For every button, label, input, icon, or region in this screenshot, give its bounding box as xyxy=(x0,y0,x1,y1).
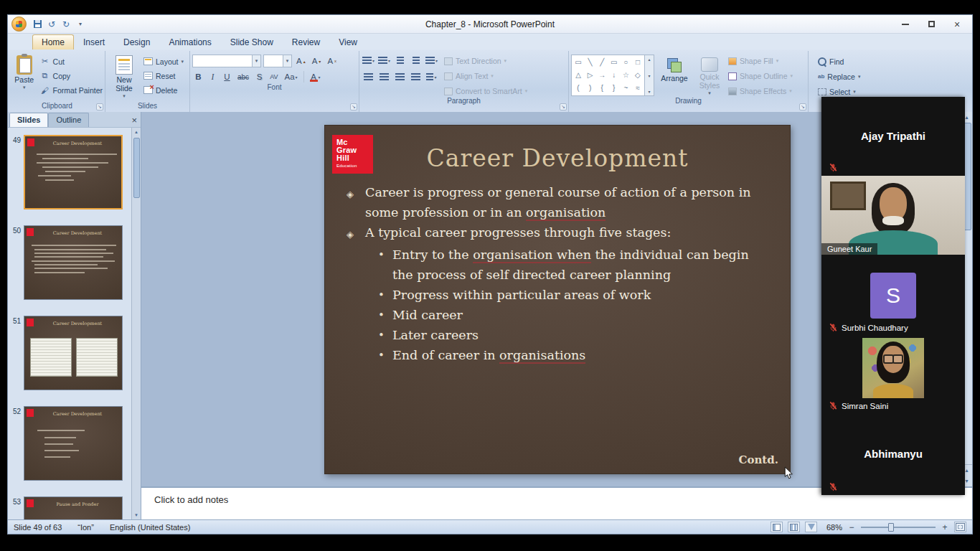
font-name-combobox[interactable]: ▾ xyxy=(192,55,261,67)
gallery-more-icon[interactable]: ▾ xyxy=(648,89,650,94)
maximize-button[interactable] xyxy=(923,18,939,31)
slide-thumbnail-49[interactable]: 49Career Development xyxy=(9,135,141,209)
copy-button[interactable]: ⧉Copy xyxy=(40,70,103,82)
increase-indent-button[interactable] xyxy=(409,55,423,67)
ribbon-tab-design[interactable]: Design xyxy=(114,34,159,50)
cut-button[interactable]: ✂Cut xyxy=(40,55,103,67)
delete-button[interactable]: Delete xyxy=(143,84,184,96)
bold-button[interactable]: B xyxy=(192,70,204,83)
participant-surbhi-chaudhary[interactable]: SSurbhi Chaudhary xyxy=(821,255,965,336)
language-indicator[interactable]: English (United States) xyxy=(110,523,191,532)
shape-icon[interactable]: ○ xyxy=(621,57,631,67)
italic-button[interactable]: I xyxy=(207,70,219,83)
shape-icon[interactable]: ╲ xyxy=(585,57,595,67)
quick-styles-button[interactable]: Quick Styles ▾ xyxy=(694,55,725,97)
shape-icon[interactable]: △ xyxy=(573,70,583,80)
minimize-button[interactable] xyxy=(897,18,913,31)
find-button[interactable]: Find xyxy=(818,55,891,67)
save-button[interactable] xyxy=(31,18,44,31)
convert-smartart-button[interactable]: Convert to SmartArt▾ xyxy=(444,85,527,97)
shape-icon[interactable]: ╱ xyxy=(597,57,607,67)
chevron-down-icon[interactable]: ▾ xyxy=(252,55,260,67)
ribbon-tab-insert[interactable]: Insert xyxy=(74,34,114,50)
thumbnails-scrollbar[interactable]: ▲ ▼ xyxy=(131,128,141,519)
ribbon-tab-review[interactable]: Review xyxy=(283,34,329,50)
shape-icon[interactable]: ~ xyxy=(621,83,631,93)
shape-icon[interactable]: { xyxy=(597,83,607,93)
align-left-button[interactable] xyxy=(362,71,375,83)
shape-effects-button[interactable]: Shape Effects▾ xyxy=(728,85,793,97)
shape-icon[interactable]: ☆ xyxy=(621,70,631,80)
zoom-level[interactable]: 68% xyxy=(822,523,842,532)
slide[interactable]: Mc Graw Hill Education Career Developmen… xyxy=(324,125,791,474)
shrink-font-button[interactable]: A▾ xyxy=(310,55,324,67)
drawing-dialog-launcher[interactable]: ↘ xyxy=(799,103,806,110)
change-case-button[interactable]: Aa▾ xyxy=(282,70,299,83)
font-size-combobox[interactable]: ▾ xyxy=(263,55,292,67)
select-button[interactable]: Select▾ xyxy=(818,85,891,98)
scroll-up-icon[interactable]: ▴ xyxy=(648,57,650,62)
scroll-down-icon[interactable]: ▼ xyxy=(134,511,138,519)
thumbnail-slide[interactable]: Career Development xyxy=(24,316,123,390)
text-shadow-button[interactable]: S xyxy=(253,70,265,83)
grow-font-button[interactable]: A▴ xyxy=(294,55,308,67)
zoom-in-button[interactable]: + xyxy=(941,522,949,532)
slide-sorter-view-button[interactable] xyxy=(788,522,800,532)
slide-title[interactable]: Career Development xyxy=(325,144,790,172)
shape-icon[interactable]: □ xyxy=(633,57,643,67)
zoom-slider[interactable] xyxy=(861,522,936,532)
shapes-gallery[interactable]: ▭╲╱▭○□△▷→↓☆◇(){}~≈ ▴ ▾ ▾ xyxy=(571,55,654,96)
scrollbar-thumb[interactable] xyxy=(133,138,140,198)
chevron-down-icon[interactable]: ▾ xyxy=(283,55,291,67)
zoom-slider-thumb[interactable] xyxy=(888,523,894,532)
close-button[interactable]: × xyxy=(949,18,965,31)
scroll-down-icon[interactable]: ▾ xyxy=(648,73,650,78)
layout-button[interactable]: Layout▾ xyxy=(143,55,184,67)
paragraph-dialog-launcher[interactable]: ↘ xyxy=(560,103,567,110)
text-direction-button[interactable]: Text Direction▾ xyxy=(444,55,527,67)
ribbon-tab-slide-show[interactable]: Slide Show xyxy=(221,34,283,50)
undo-button[interactable]: ↺ xyxy=(45,18,58,31)
shapes-gallery-scrollbar[interactable]: ▴ ▾ ▾ xyxy=(644,55,654,95)
participant-guneet-kaur[interactable]: Guneet Kaur xyxy=(821,176,965,255)
fit-to-window-button[interactable] xyxy=(954,522,966,532)
normal-view-button[interactable] xyxy=(771,522,783,532)
align-center-button[interactable] xyxy=(377,71,391,83)
close-panel-icon[interactable]: × xyxy=(131,116,137,127)
replace-button[interactable]: abReplace▾ xyxy=(818,70,891,83)
font-dialog-launcher[interactable]: ↘ xyxy=(350,103,357,110)
redo-button[interactable]: ↻ xyxy=(60,18,72,31)
slide-thumbnail-53[interactable]: 53Pause and Ponder xyxy=(9,496,141,519)
new-slide-button[interactable]: New Slide ▾ xyxy=(108,52,141,102)
ribbon-tab-animations[interactable]: Animations xyxy=(159,34,220,50)
zoom-out-button[interactable]: − xyxy=(847,522,856,532)
numbering-button[interactable]: ▾ xyxy=(377,55,391,67)
thumbnail-slide[interactable]: Career Development xyxy=(24,406,123,481)
character-spacing-button[interactable]: AV xyxy=(268,70,280,83)
tab-slides[interactable]: Slides xyxy=(9,113,48,127)
strikethrough-button[interactable]: abc xyxy=(235,70,251,83)
slideshow-view-button[interactable] xyxy=(805,522,817,532)
qat-customize-button[interactable]: ▾ xyxy=(74,18,87,31)
next-slide-button[interactable]: ▼ xyxy=(964,476,969,486)
font-color-button[interactable]: A▾ xyxy=(308,70,323,83)
bullets-button[interactable]: ▾ xyxy=(362,55,375,67)
previous-slide-button[interactable]: ▲ xyxy=(964,465,969,476)
office-button[interactable] xyxy=(11,17,27,32)
shape-icon[interactable]: ≈ xyxy=(633,83,643,93)
align-text-button[interactable]: Align Text▾ xyxy=(444,70,527,82)
shape-icon[interactable]: ▷ xyxy=(585,70,595,80)
reset-button[interactable]: Reset xyxy=(143,70,184,82)
arrange-button[interactable]: Arrange xyxy=(658,55,691,97)
participant-simran-saini[interactable]: Simran Saini xyxy=(821,336,965,415)
tab-outline[interactable]: Outline xyxy=(48,113,89,127)
slide-thumbnail-52[interactable]: 52Career Development xyxy=(9,406,141,481)
decrease-indent-button[interactable] xyxy=(393,55,407,67)
shape-icon[interactable]: } xyxy=(609,83,619,93)
clear-formatting-button[interactable]: Ax xyxy=(325,55,339,67)
ribbon-tab-view[interactable]: View xyxy=(329,34,367,50)
shape-icon[interactable]: ◇ xyxy=(633,70,643,80)
shape-fill-button[interactable]: Shape Fill▾ xyxy=(728,55,793,67)
format-painter-button[interactable]: 🖌Format Painter xyxy=(40,84,103,96)
participant-abhimanyu[interactable]: Abhimanyu xyxy=(821,415,965,495)
